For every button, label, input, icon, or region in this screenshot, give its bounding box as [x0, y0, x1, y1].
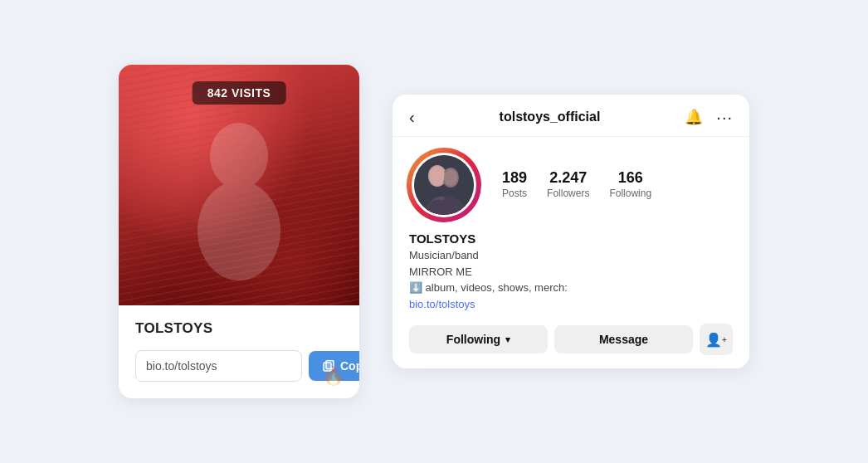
more-options-icon[interactable]: ··· — [716, 111, 733, 123]
add-person-icon: 👤+ — [705, 332, 727, 348]
profile-silhouette — [173, 98, 305, 280]
visit-count-text: 842 VISITS — [207, 86, 271, 100]
following-button[interactable]: Following ▾ — [409, 325, 548, 353]
ig-username: tolstoys_official — [500, 110, 601, 124]
avatar-svg — [414, 155, 474, 215]
url-input[interactable] — [135, 350, 302, 382]
profile-name: TOLSTOYS — [409, 232, 733, 246]
followers-label: Followers — [547, 188, 589, 201]
ig-stat-followers: 2.247 Followers — [547, 169, 589, 200]
posts-label: Posts — [502, 188, 527, 201]
message-label: Message — [599, 333, 648, 346]
ig-stats: 189 Posts 2.247 Followers 166 Following — [502, 169, 651, 200]
add-friend-button[interactable]: 👤+ — [700, 324, 733, 355]
bio-album-title: MIRROR ME — [409, 264, 733, 280]
ig-stat-following: 166 Following — [609, 169, 651, 200]
profile-image-area: 842 VISITS — [119, 65, 359, 305]
copy-row: Copy — [135, 350, 343, 382]
svg-point-8 — [444, 169, 457, 186]
left-profile-card: 842 VISITS TOLSTOYS Copy — [119, 65, 359, 398]
bio-category: Musician/band — [409, 247, 733, 264]
following-label: Following — [609, 188, 651, 201]
bio-cta-line: ⬇️ album, videos, shows, merch: — [409, 280, 733, 296]
posts-count: 189 — [502, 169, 527, 188]
visit-badge: 842 VISITS — [193, 81, 286, 105]
following-label: Following — [446, 333, 500, 346]
chevron-down-icon: ▾ — [505, 334, 510, 345]
ig-avatar-inner — [412, 153, 476, 217]
back-button[interactable]: ‹ — [409, 109, 415, 125]
bio-link[interactable]: bio.to/tolstoys — [409, 296, 475, 313]
ig-avatar-photo — [414, 155, 474, 215]
ig-actions: Following ▾ Message 👤+ — [409, 324, 733, 355]
ig-header-icons: 🔔 ··· — [685, 108, 733, 126]
fire-icon: 🔥 — [322, 365, 344, 387]
svg-point-0 — [210, 123, 268, 189]
ig-body: 189 Posts 2.247 Followers 166 Following … — [393, 137, 749, 368]
message-button[interactable]: Message — [554, 325, 693, 353]
ig-header: ‹ tolstoys_official 🔔 ··· — [393, 95, 749, 137]
following-count: 166 — [609, 169, 651, 188]
svg-point-7 — [430, 167, 445, 185]
ig-profile-row: 189 Posts 2.247 Followers 166 Following — [409, 150, 733, 220]
instagram-profile-card: ‹ tolstoys_official 🔔 ··· — [393, 95, 749, 368]
left-card-body-wrap: TOLSTOYS Copy 🔥 ☞ — [119, 305, 359, 398]
ig-stat-posts: 189 Posts — [502, 169, 527, 200]
notification-bell-icon[interactable]: 🔔 — [685, 108, 703, 126]
followers-count: 2.247 — [547, 169, 589, 188]
ig-avatar — [409, 150, 479, 220]
svg-point-1 — [197, 181, 280, 280]
artist-name: TOLSTOYS — [135, 320, 343, 337]
